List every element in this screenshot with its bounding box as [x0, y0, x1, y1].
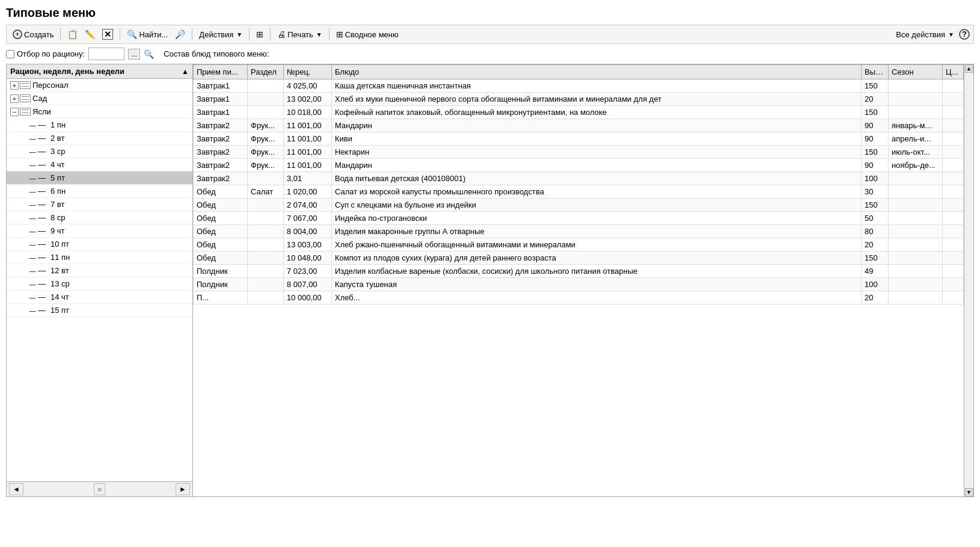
all-actions-button[interactable]: Все действия ▼: [893, 29, 957, 40]
table-row[interactable]: Обед13 003,00Хлеб ржано-пшеничный обогащ…: [194, 238, 964, 252]
tree-next-button[interactable]: ►: [176, 483, 190, 495]
tree-center-button[interactable]: ○: [94, 483, 105, 495]
tree-body[interactable]: +Персонал+Сад−Ясли——1 пн——2 вт——3 ср——4 …: [7, 79, 192, 481]
tree-item-d9[interactable]: ——9 чт: [7, 224, 192, 238]
table-row[interactable]: Завтрак2Фрук...11 001,00Мандарин90январь…: [194, 119, 964, 132]
node-dash-icon: —: [38, 240, 49, 249]
node-dash-icon: —: [38, 266, 49, 275]
cell-season: [889, 225, 943, 238]
cell-section: Фрук...: [248, 146, 284, 159]
filter-icon-button[interactable]: ⊞: [254, 28, 266, 40]
table-row[interactable]: ОбедСалат1 020,00Салат из морской капуст…: [194, 185, 964, 199]
cell-rec: 13 002,00: [284, 93, 332, 106]
table-row[interactable]: Завтрак110 018,00Кофейный напиток злаков…: [194, 106, 964, 119]
cell-season: [889, 252, 943, 265]
search-icon: 🔍: [127, 29, 137, 39]
node-dash-icon: —: [38, 134, 49, 143]
tree-prev-button[interactable]: ◄: [9, 483, 23, 495]
sep3: [192, 28, 192, 40]
filter-search-icon[interactable]: 🔍: [144, 49, 154, 59]
cell-out: 80: [862, 225, 889, 238]
scroll-down-button[interactable]: ▼: [965, 488, 973, 496]
tree-item-d14[interactable]: ——14 чт: [7, 291, 192, 304]
filter-browse-button[interactable]: ...: [128, 49, 140, 60]
summary-button[interactable]: ⊞ Сводное меню: [334, 28, 401, 40]
table-row[interactable]: Обед2 074,00Суп с клецками на бульоне из…: [194, 199, 964, 212]
tree-item-d1[interactable]: ——1 пн: [7, 119, 192, 132]
delete-button[interactable]: ✕: [100, 28, 115, 41]
table-label: Состав блюд типового меню:: [164, 49, 269, 58]
tree-item-d12[interactable]: ——12 вт: [7, 264, 192, 277]
cell-section: Фрук...: [248, 119, 284, 132]
cell-price: [943, 225, 964, 238]
table-row[interactable]: Завтрак2Фрук...11 001,00Киви90апрель-и..…: [194, 132, 964, 146]
cell-meal: Завтрак2: [194, 172, 248, 185]
copy-button[interactable]: 📋: [65, 28, 80, 40]
table-row[interactable]: Завтрак113 002,00Хлеб из муки пшеничной …: [194, 93, 964, 106]
expand-dash-icon: —: [28, 148, 37, 155]
cell-price: [943, 119, 964, 132]
cell-season: [889, 185, 943, 199]
cell-dish: Мандарин: [332, 119, 862, 132]
tree-item-d2[interactable]: ——2 вт: [7, 132, 192, 145]
tree-item-d10[interactable]: ——10 пт: [7, 238, 192, 251]
tree-item-d6[interactable]: ——6 пн: [7, 185, 192, 198]
table-row[interactable]: Обед8 004,00Изделия макаронные группы А …: [194, 225, 964, 238]
print-button[interactable]: 🖨 Печать ▼: [275, 28, 325, 40]
table-row[interactable]: Завтрак23,01Вода питьевая детская (40010…: [194, 172, 964, 185]
tree-item-personal[interactable]: +Персонал: [7, 79, 192, 92]
tree-item-d11[interactable]: ——11 пн: [7, 251, 192, 264]
pencil-icon: ✏️: [85, 29, 95, 39]
tree-item-label: 1 пн: [51, 120, 66, 129]
expand-plus-icon: +: [10, 81, 19, 90]
cell-rec: 2 074,00: [284, 199, 332, 212]
table-row[interactable]: П...10 000,00Хлеб...20: [194, 291, 964, 304]
expand-dash-icon: —: [28, 227, 37, 235]
print-arrow-icon: ▼: [316, 31, 322, 38]
tree-item-d3[interactable]: ——3 ср: [7, 145, 192, 158]
table-row[interactable]: Полдник7 023,00Изделия колбасные вареные…: [194, 265, 964, 278]
table-body: Завтрак14 025,00Каша детская пшеничная и…: [194, 79, 964, 304]
table-row[interactable]: Завтрак2Фрук...11 001,00Нектарин150июль-…: [194, 146, 964, 159]
table-row[interactable]: Полдник8 007,00Капуста тушеная100: [194, 278, 964, 291]
expand-dash-icon: —: [28, 307, 37, 314]
tree-item-d7[interactable]: ——7 вт: [7, 198, 192, 211]
table-row[interactable]: Завтрак14 025,00Каша детская пшеничная и…: [194, 79, 964, 93]
cell-season: [889, 291, 943, 304]
table-row[interactable]: Обед10 048,00Компот из плодов сухих (кур…: [194, 252, 964, 265]
tree-item-d15[interactable]: ——15 пт: [7, 304, 192, 317]
cell-out: 30: [862, 185, 889, 199]
tree-item-yasli[interactable]: −Ясли: [7, 105, 192, 119]
expand-dash-icon: —: [28, 267, 37, 274]
cell-season: [889, 106, 943, 119]
filter-checkbox[interactable]: [6, 50, 14, 58]
filter-input[interactable]: [88, 48, 124, 60]
tree-item-d4[interactable]: ——4 чт: [7, 158, 192, 172]
table-row[interactable]: Завтрак2Фрук...11 001,00Мандарин90ноябрь…: [194, 159, 964, 172]
help-button[interactable]: ?: [959, 29, 970, 40]
create-button[interactable]: + Создать: [10, 28, 56, 40]
cell-meal: Обед: [194, 199, 248, 212]
cell-meal: Завтрак2: [194, 119, 248, 132]
tree-item-label: Персонал: [32, 81, 69, 90]
find-button[interactable]: 🔍 Найти...: [124, 28, 170, 40]
edit-button[interactable]: ✏️: [82, 28, 97, 40]
scroll-up-button[interactable]: ▲: [965, 64, 973, 73]
tree-item-d8[interactable]: ——8 ср: [7, 211, 192, 224]
cell-price: [943, 291, 964, 304]
tree-item-sad[interactable]: +Сад: [7, 92, 192, 105]
expand-dash-icon: —: [28, 188, 37, 195]
cell-rec: 8 007,00: [284, 278, 332, 291]
col-header-price: Ц...: [943, 65, 964, 79]
cell-price: [943, 265, 964, 278]
search2-button[interactable]: 🔎: [173, 28, 188, 40]
table-row[interactable]: Обед7 067,00Индейка по-строгановски50: [194, 212, 964, 225]
cell-meal: Полдник: [194, 265, 248, 278]
cell-section: [248, 79, 284, 93]
tree-item-d13[interactable]: ——13 ср: [7, 277, 192, 291]
tree-item-label: 15 пт: [51, 306, 69, 315]
col-header-section: Раздел: [248, 65, 284, 79]
table-scrollbar[interactable]: ▲ ▼: [964, 64, 973, 496]
actions-button[interactable]: Действия ▼: [197, 29, 245, 40]
tree-item-d5[interactable]: ——5 пт: [7, 172, 192, 185]
